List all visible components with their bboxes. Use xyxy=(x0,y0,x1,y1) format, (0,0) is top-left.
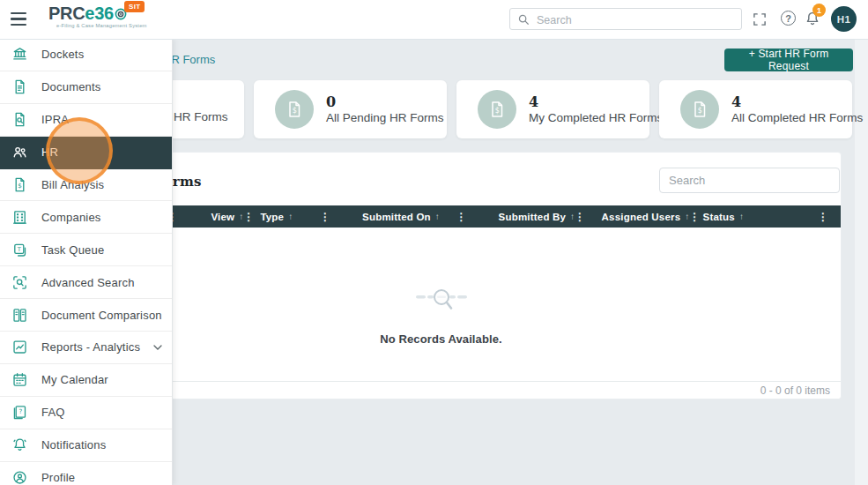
sidebar-item-label: Profile xyxy=(41,471,75,484)
column-header-view[interactable]: View ↑ ⋮ xyxy=(184,205,249,228)
sort-arrow-icon[interactable]: ↑ xyxy=(288,212,293,221)
sidebar-item-label: Bill Analysis xyxy=(41,178,104,191)
hr-form-doc-icon: $ xyxy=(275,90,314,129)
sidebar-item-dockets[interactable]: Dockets xyxy=(0,39,172,71)
hamburger-menu-icon[interactable] xyxy=(11,12,26,26)
column-label: Submitted By xyxy=(499,212,567,222)
top-bar: PRCe36 e-Filing & Case Management System… xyxy=(0,0,868,40)
column-header-submitted-by[interactable]: Submitted By ↑ ⋮ xyxy=(474,205,578,228)
stat-label: All Pending HR Forms xyxy=(326,111,444,125)
svg-text:?: ? xyxy=(19,407,22,415)
sidebar-item-label: My Calendar xyxy=(41,373,108,386)
svg-text:$: $ xyxy=(495,107,500,115)
task-queue-icon: T xyxy=(11,242,28,258)
sidebar-item-companies[interactable]: Companies xyxy=(0,201,172,234)
sidebar-item-profile[interactable]: Profile xyxy=(0,462,172,485)
bill-analysis-icon: $ xyxy=(11,176,28,193)
column-menu-icon[interactable]: ⋮ xyxy=(818,211,828,223)
sidebar-item-document-comparison[interactable]: Document Comparison xyxy=(0,299,172,332)
notification-count-badge: 1 xyxy=(812,4,826,17)
column-label: Type xyxy=(260,212,284,222)
chevron-down-icon xyxy=(153,345,162,350)
column-menu-icon[interactable]: ⋮ xyxy=(320,211,330,223)
sidebar-item-faq[interactable]: ? FAQ xyxy=(0,397,172,429)
search-icon xyxy=(517,13,530,26)
column-label: View xyxy=(211,212,234,222)
sidebar-item-label: Document Comparison xyxy=(41,309,162,322)
sidebar-item-label: HR xyxy=(41,146,58,159)
user-avatar[interactable]: H1 xyxy=(831,6,857,32)
stat-value: 0 xyxy=(326,93,444,110)
sidebar-item-label: Advanced Search xyxy=(41,276,135,289)
environment-badge: SIT xyxy=(124,1,145,12)
dockets-icon xyxy=(11,46,28,63)
sidebar-item-label: Reports - Analytics xyxy=(41,340,140,354)
notifications-icon xyxy=(11,436,28,453)
stat-card-all-completed: $ 4 All Completed HR Forms xyxy=(659,80,852,138)
companies-icon xyxy=(11,209,28,226)
hr-form-doc-icon: $ xyxy=(680,90,719,129)
column-label: Submitted On xyxy=(362,212,431,222)
start-hr-form-request-button[interactable]: + Start HR Form Request xyxy=(724,48,853,71)
column-menu-icon[interactable]: ⋮ xyxy=(456,211,467,223)
profile-icon xyxy=(11,469,28,485)
help-icon[interactable]: ? xyxy=(781,11,796,26)
sidebar-item-advanced-search[interactable]: Advanced Search xyxy=(0,266,172,299)
sidebar-item-label: Companies xyxy=(41,211,101,224)
hr-icon xyxy=(11,144,28,160)
global-search-input[interactable] xyxy=(535,10,739,30)
faq-icon: ? xyxy=(11,404,28,421)
pager-info: 0 - 0 of 0 items xyxy=(760,384,830,397)
sidebar-item-bill-analysis[interactable]: $ Bill Analysis xyxy=(0,169,172,202)
reports-analytics-icon xyxy=(11,339,28,355)
fullscreen-icon[interactable] xyxy=(753,12,767,26)
stat-label: My Completed HR Forms xyxy=(529,111,663,125)
sidebar-item-label: IPRA xyxy=(41,113,69,126)
column-label: Status xyxy=(703,212,735,222)
grid-search-input[interactable] xyxy=(659,168,840,193)
column-header-submitted-on[interactable]: Submitted On ↑ ⋮ xyxy=(338,205,474,228)
sidebar-item-ipra[interactable]: IPRA xyxy=(0,104,172,137)
sidebar-item-my-calendar[interactable]: My Calendar xyxy=(0,364,172,397)
logo-tagline: e-Filing & Case Management System xyxy=(56,24,147,29)
svg-text:$: $ xyxy=(293,107,297,115)
hr-form-doc-icon: $ xyxy=(478,90,516,129)
sort-arrow-icon[interactable]: ↑ xyxy=(435,212,440,221)
advanced-search-icon xyxy=(11,274,28,291)
sidebar-item-label: Dockets xyxy=(41,48,84,61)
stat-value: 4 xyxy=(529,93,663,110)
sidebar-item-notifications[interactable]: Notifications xyxy=(0,429,172,462)
global-search xyxy=(509,8,742,30)
stat-label: All Completed HR Forms xyxy=(731,111,863,125)
svg-text:$: $ xyxy=(698,107,702,115)
sidebar-item-label: FAQ xyxy=(41,406,65,419)
no-records-magnifier-icon xyxy=(413,285,470,318)
svg-text:$: $ xyxy=(18,182,22,190)
sidebar-navigation: Dockets Documents IPRA HR $ xyxy=(0,39,173,485)
sidebar-item-reports-analytics[interactable]: Reports - Analytics xyxy=(0,332,172,364)
stat-card-all-pending: $ 0 All Pending HR Forms xyxy=(254,80,447,138)
calendar-icon xyxy=(11,371,28,388)
sidebar-item-label: Task Queue xyxy=(41,243,104,257)
column-header-assigned-users[interactable]: Assigned Users ↑ ⋮ xyxy=(578,205,688,228)
sidebar-item-label: Notifications xyxy=(41,438,106,451)
column-header-status[interactable]: Status ↑ ⋮ xyxy=(688,205,841,228)
documents-icon xyxy=(11,78,28,95)
column-header-type[interactable]: Type ↑ ⋮ xyxy=(249,205,338,228)
sort-arrow-icon[interactable]: ↑ xyxy=(739,212,744,221)
sidebar-item-hr[interactable]: HR xyxy=(0,137,172,169)
column-label: Assigned Users xyxy=(602,212,681,222)
document-comparison-icon xyxy=(11,307,28,324)
sidebar-item-task-queue[interactable]: T Task Queue xyxy=(0,234,172,266)
stat-card-my-completed: $ 4 My Completed HR Forms xyxy=(456,80,649,138)
stat-value: 4 xyxy=(731,93,863,110)
sidebar-item-label: Documents xyxy=(41,80,101,93)
svg-text:T: T xyxy=(17,246,22,253)
ipra-icon xyxy=(11,111,28,128)
sidebar-item-documents[interactable]: Documents xyxy=(0,71,172,104)
